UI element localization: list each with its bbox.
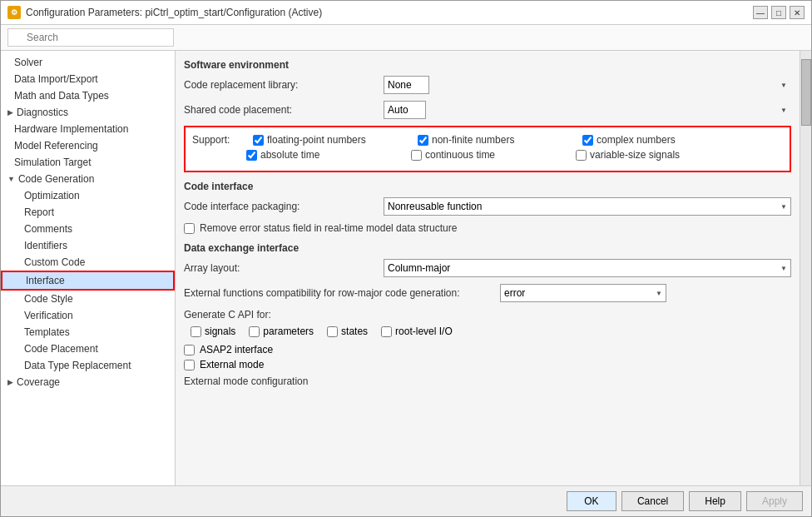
code-replacement-select[interactable]: None — [384, 76, 429, 94]
floating-point-label: floating-point numbers — [267, 134, 366, 146]
bottom-bar: OK Cancel Help Apply — [1, 485, 811, 516]
sidebar-item-data-import[interactable]: Data Import/Export — [1, 71, 175, 87]
sidebar-item-math[interactable]: Math and Data Types — [1, 87, 175, 104]
sidebar-item-verification[interactable]: Verification — [1, 307, 175, 324]
sidebar-item-code-gen[interactable]: ▼ Code Generation — [1, 171, 175, 187]
code-replacement-select-wrapper: None — [384, 76, 791, 94]
code-replacement-label: Code replacement library: — [184, 79, 384, 91]
sidebar-item-hardware[interactable]: Hardware Implementation — [1, 121, 175, 137]
sidebar-item-comments[interactable]: Comments — [1, 221, 175, 237]
compat-select[interactable]: error — [500, 284, 666, 302]
parameters-item: parameters — [249, 326, 314, 337]
app-icon: ⚙ — [7, 6, 21, 19]
search-input[interactable] — [7, 28, 174, 47]
coverage-label: Coverage — [17, 376, 60, 388]
cont-time-checkbox[interactable] — [411, 150, 422, 161]
floating-point-item: floating-point numbers — [253, 134, 411, 146]
packaging-select-wrapper: Nonreusable function — [384, 197, 791, 216]
data-exchange-section: Data exchange interface Array layout: Co… — [184, 242, 791, 387]
packaging-label: Code interface packaging: — [184, 201, 384, 212]
title-bar: ⚙ Configuration Parameters: piCtrl_optim… — [1, 1, 811, 25]
floating-point-checkbox[interactable] — [253, 135, 264, 146]
sim-target-label: Simulation Target — [14, 157, 92, 168]
close-button[interactable]: ✕ — [790, 6, 805, 19]
complex-checkbox[interactable] — [582, 135, 593, 146]
sidebar-item-custom-code[interactable]: Custom Code — [1, 254, 175, 271]
asap2-label: ASAP2 interface — [200, 344, 273, 355]
sidebar-item-interface[interactable]: Interface — [1, 271, 175, 291]
identifiers-label: Identifiers — [24, 240, 67, 251]
external-mode-checkbox[interactable] — [184, 360, 195, 370]
cancel-button[interactable]: Cancel — [621, 491, 684, 511]
apply-button[interactable]: Apply — [746, 491, 803, 511]
sidebar-item-data-type-replacement[interactable]: Data Type Replacement — [1, 357, 175, 374]
root-level-io-label: root-level I/O — [395, 326, 453, 337]
comments-label: Comments — [24, 223, 72, 235]
asap2-checkbox[interactable] — [184, 345, 195, 355]
packaging-select[interactable]: Nonreusable function — [384, 197, 791, 216]
sidebar-item-report[interactable]: Report — [1, 204, 175, 221]
sidebar-item-code-placement[interactable]: Code Placement — [1, 341, 175, 357]
signals-checkbox[interactable] — [191, 326, 201, 337]
abs-time-checkbox[interactable] — [246, 150, 257, 161]
window-title: Configuration Parameters: piCtrl_optim_s… — [26, 7, 322, 18]
abs-time-item: absolute time — [246, 149, 404, 161]
data-type-replacement-label: Data Type Replacement — [24, 360, 131, 371]
scrollbar[interactable] — [800, 51, 811, 485]
states-checkbox[interactable] — [327, 326, 338, 337]
minimize-button[interactable]: — — [753, 6, 768, 19]
varsize-checkbox[interactable] — [576, 150, 587, 161]
search-wrapper: 🔍 — [7, 28, 174, 47]
sidebar-item-templates[interactable]: Templates — [1, 324, 175, 341]
cont-time-label: continuous time — [425, 149, 495, 161]
compat-label: External functions compatibility for row… — [184, 287, 500, 299]
parameters-label: parameters — [263, 326, 314, 337]
root-level-io-item: root-level I/O — [381, 326, 453, 337]
sidebar-item-model-ref[interactable]: Model Referencing — [1, 137, 175, 154]
shared-code-select[interactable]: Auto — [384, 101, 426, 119]
expand-icon-coverage: ▶ — [7, 378, 13, 386]
ok-button[interactable]: OK — [567, 491, 616, 511]
root-level-io-checkbox[interactable] — [381, 326, 392, 337]
ext-mode-config-label: External mode configuration — [184, 375, 791, 387]
remove-error-checkbox[interactable] — [184, 223, 195, 234]
varsize-label: variable-size signals — [590, 149, 680, 161]
code-placement-label: Code Placement — [24, 343, 98, 355]
support-label: Support: — [192, 134, 246, 146]
code-style-label: Code Style — [24, 293, 73, 305]
sidebar-item-code-style[interactable]: Code Style — [1, 291, 175, 307]
support-row-2: absolute time continuous time variable-s… — [192, 149, 783, 161]
non-finite-item: non-finite numbers — [418, 134, 576, 146]
sidebar-item-optimization[interactable]: Optimization — [1, 187, 175, 204]
varsize-item: variable-size signals — [576, 149, 734, 161]
array-layout-row: Array layout: Column-major — [184, 259, 791, 277]
main-window: ⚙ Configuration Parameters: piCtrl_optim… — [0, 0, 812, 517]
maximize-button[interactable]: □ — [771, 6, 786, 19]
expand-icon-codegen: ▼ — [7, 175, 15, 183]
sidebar-item-coverage[interactable]: ▶ Coverage — [1, 374, 175, 390]
shared-code-label: Shared code placement: — [184, 104, 384, 116]
main-content: Solver Data Import/Export Math and Data … — [1, 51, 811, 485]
shared-code-select-wrapper: Auto — [384, 101, 791, 119]
compat-select-wrapper: error — [500, 284, 666, 302]
ext-mode-row: External mode — [184, 359, 791, 370]
states-item: states — [327, 326, 368, 337]
remove-error-row: Remove error status field in real-time m… — [184, 222, 791, 234]
non-finite-checkbox[interactable] — [418, 135, 428, 146]
sidebar-item-identifiers[interactable]: Identifiers — [1, 237, 175, 254]
abs-time-label: absolute time — [260, 149, 319, 161]
array-layout-label: Array layout: — [184, 262, 384, 274]
scrollbar-thumb[interactable] — [801, 59, 811, 126]
help-button[interactable]: Help — [689, 491, 741, 511]
parameters-checkbox[interactable] — [249, 326, 260, 337]
software-env-title: Software environment — [184, 59, 791, 71]
sidebar-item-diagnostics[interactable]: ▶ Diagnostics — [1, 104, 175, 121]
states-label: states — [341, 326, 368, 337]
external-mode-label: External mode — [200, 359, 264, 370]
support-box: Support: floating-point numbers non-fini… — [184, 126, 791, 172]
remove-error-label: Remove error status field in real-time m… — [200, 222, 457, 234]
right-panel: Software environment Code replacement li… — [176, 51, 800, 485]
sidebar-item-solver[interactable]: Solver — [1, 54, 175, 71]
array-layout-select[interactable]: Column-major — [384, 259, 791, 277]
sidebar-item-sim-target[interactable]: Simulation Target — [1, 154, 175, 171]
